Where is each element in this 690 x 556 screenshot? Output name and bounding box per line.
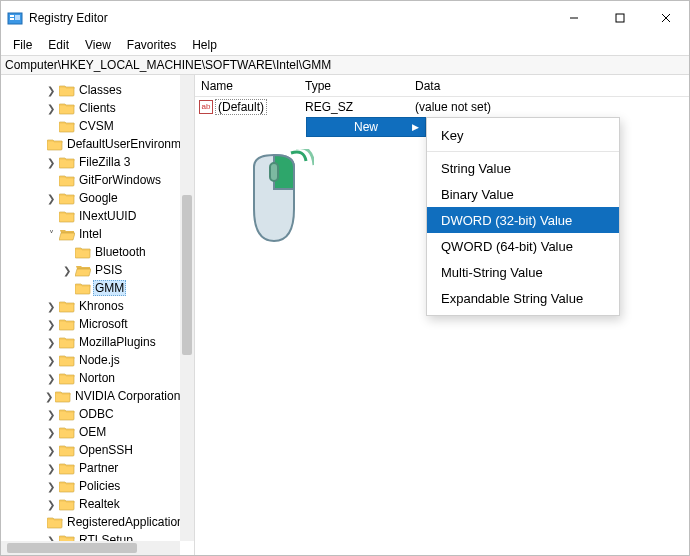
chevron-icon[interactable]: ❯	[45, 193, 57, 204]
tree-node-microsoft[interactable]: ❯Microsoft	[1, 315, 180, 333]
tree-node-label: Khronos	[77, 299, 126, 313]
tree-node-odbc[interactable]: ❯ODBC	[1, 405, 180, 423]
folder-icon	[59, 155, 75, 169]
submenu-item-binary[interactable]: Binary Value	[427, 181, 619, 207]
tree-node-partner[interactable]: ❯Partner	[1, 459, 180, 477]
menu-edit[interactable]: Edit	[40, 37, 77, 53]
submenu-item-expandstring[interactable]: Expandable String Value	[427, 285, 619, 311]
list-pane: Name Type Data ab (Default) REG_SZ (valu…	[195, 75, 689, 555]
minimize-button[interactable]	[551, 3, 597, 33]
tree-node-policies[interactable]: ❯Policies	[1, 477, 180, 495]
tree-node-label: RegisteredApplication	[65, 515, 180, 529]
folder-icon	[59, 425, 75, 439]
regedit-icon	[7, 10, 23, 26]
vertical-scrollbar[interactable]	[180, 75, 194, 541]
submenu-separator	[427, 151, 619, 152]
chevron-icon[interactable]: ❯	[45, 337, 57, 348]
folder-icon	[75, 281, 91, 295]
tree-node-label: GMM	[93, 280, 126, 296]
svg-rect-9	[270, 163, 278, 181]
tree-node-clients[interactable]: ❯Clients	[1, 99, 180, 117]
tree-node-mozillaplugins[interactable]: ❯MozillaPlugins	[1, 333, 180, 351]
folder-icon	[47, 515, 63, 529]
folder-icon	[59, 461, 75, 475]
vertical-scroll-thumb[interactable]	[182, 195, 192, 355]
tree-node-cvsm[interactable]: CVSM	[1, 117, 180, 135]
horizontal-scrollbar[interactable]	[1, 541, 180, 555]
submenu-item-key[interactable]: Key	[427, 122, 619, 148]
tree-node-nvidia[interactable]: ❯NVIDIA Corporation	[1, 387, 180, 405]
context-menu-new-label: New	[354, 120, 378, 134]
chevron-icon[interactable]: ❯	[45, 319, 57, 330]
tree-node-label: Clients	[77, 101, 118, 115]
tree-node-openssh[interactable]: ❯OpenSSH	[1, 441, 180, 459]
folder-icon	[59, 83, 75, 97]
chevron-icon[interactable]: ❯	[45, 391, 53, 402]
submenu-item-string[interactable]: String Value	[427, 155, 619, 181]
tree-node-norton[interactable]: ❯Norton	[1, 369, 180, 387]
tree-node-psis[interactable]: ❯PSIS	[1, 261, 180, 279]
col-data[interactable]: Data	[409, 79, 689, 93]
menu-file[interactable]: File	[5, 37, 40, 53]
chevron-icon[interactable]: ❯	[45, 409, 57, 420]
tree-node-rtlsetup[interactable]: ❯RTLSetup	[1, 531, 180, 541]
menu-help[interactable]: Help	[184, 37, 225, 53]
menu-view[interactable]: View	[77, 37, 119, 53]
address-bar[interactable]: Computer\HKEY_LOCAL_MACHINE\SOFTWARE\Int…	[1, 55, 689, 75]
folder-icon	[59, 335, 75, 349]
tree-node-defaultuserenv[interactable]: DefaultUserEnvironm	[1, 135, 180, 153]
folder-icon	[59, 299, 75, 313]
tree-pane: ❯Classes❯ClientsCVSMDefaultUserEnvironm❯…	[1, 75, 195, 555]
chevron-icon[interactable]: ❯	[45, 85, 57, 96]
tree-node-label: Intel	[77, 227, 104, 241]
chevron-icon[interactable]: ˅	[45, 229, 57, 240]
tree-node-label: Realtek	[77, 497, 122, 511]
tree-node-label: CVSM	[77, 119, 116, 133]
chevron-icon[interactable]: ❯	[45, 157, 57, 168]
tree-node-gmm[interactable]: GMM	[1, 279, 180, 297]
close-button[interactable]	[643, 3, 689, 33]
tree-node-regapps[interactable]: RegisteredApplication	[1, 513, 180, 531]
tree-node-oem[interactable]: ❯OEM	[1, 423, 180, 441]
submenu-item-qword[interactable]: QWORD (64-bit) Value	[427, 233, 619, 259]
tree-node-khronos[interactable]: ❯Khronos	[1, 297, 180, 315]
context-menu-new[interactable]: New ▶	[306, 117, 426, 137]
svg-rect-1	[10, 15, 14, 17]
col-type[interactable]: Type	[299, 79, 409, 93]
tree-node-nodejs[interactable]: ❯Node.js	[1, 351, 180, 369]
window: Registry Editor File Edit View Favorites…	[0, 0, 690, 556]
chevron-icon[interactable]: ❯	[45, 103, 57, 114]
chevron-icon[interactable]: ❯	[45, 481, 57, 492]
tree-node-intel[interactable]: ˅Intel	[1, 225, 180, 243]
tree-node-label: Classes	[77, 83, 124, 97]
menu-favorites[interactable]: Favorites	[119, 37, 184, 53]
submenu-item-multistring[interactable]: Multi-String Value	[427, 259, 619, 285]
tree-node-label: GitForWindows	[77, 173, 163, 187]
folder-icon	[59, 407, 75, 421]
chevron-icon[interactable]: ❯	[45, 427, 57, 438]
svg-rect-2	[10, 18, 14, 20]
tree-node-realtek[interactable]: ❯Realtek	[1, 495, 180, 513]
tree-node-inextuuid[interactable]: INextUUID	[1, 207, 180, 225]
value-row-default[interactable]: ab (Default) REG_SZ (value not set)	[195, 97, 689, 117]
col-name[interactable]: Name	[195, 79, 299, 93]
chevron-icon[interactable]: ❯	[61, 265, 73, 276]
tree-node-bluetooth[interactable]: Bluetooth	[1, 243, 180, 261]
tree-node-google[interactable]: ❯Google	[1, 189, 180, 207]
folder-icon	[55, 389, 71, 403]
tree-node-classes[interactable]: ❯Classes	[1, 81, 180, 99]
tree-scroll[interactable]: ❯Classes❯ClientsCVSMDefaultUserEnvironm❯…	[1, 75, 180, 541]
chevron-icon[interactable]: ❯	[45, 373, 57, 384]
value-data: (value not set)	[409, 100, 689, 114]
tree-node-filezilla[interactable]: ❯FileZilla 3	[1, 153, 180, 171]
chevron-icon[interactable]: ❯	[45, 445, 57, 456]
tree-node-gitforwindows[interactable]: GitForWindows	[1, 171, 180, 189]
chevron-icon[interactable]: ❯	[45, 499, 57, 510]
chevron-icon[interactable]: ❯	[45, 301, 57, 312]
submenu-item-dword[interactable]: DWORD (32-bit) Value	[427, 207, 619, 233]
horizontal-scroll-thumb[interactable]	[7, 543, 137, 553]
maximize-button[interactable]	[597, 3, 643, 33]
chevron-icon[interactable]: ❯	[45, 355, 57, 366]
folder-icon	[59, 173, 75, 187]
chevron-icon[interactable]: ❯	[45, 463, 57, 474]
